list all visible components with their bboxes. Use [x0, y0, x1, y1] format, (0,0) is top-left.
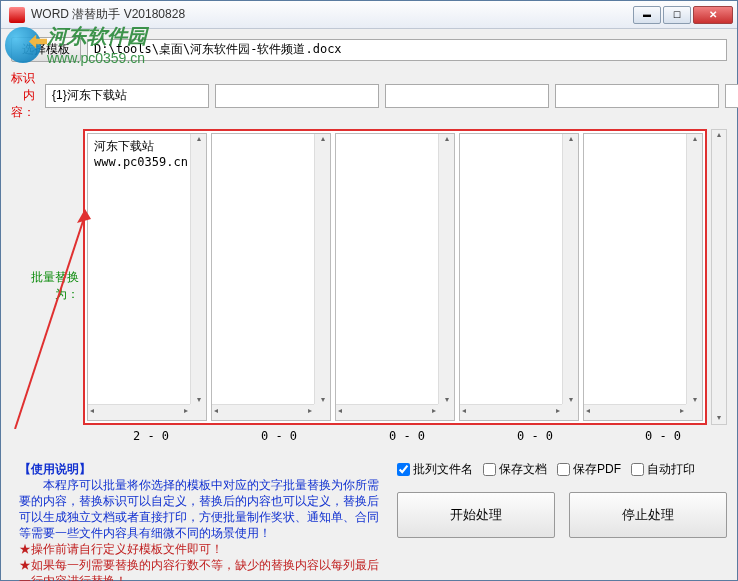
window-buttons: [633, 6, 733, 24]
save-doc-label: 保存文档: [499, 461, 547, 478]
marker-input-2[interactable]: [215, 84, 379, 108]
scrollbar-v-icon[interactable]: [686, 134, 702, 404]
footer: 【使用说明】 本程序可以批量将你选择的模板中对应的文字批量替换为你所需要的内容，…: [11, 461, 727, 581]
scrollbar-h-icon[interactable]: [336, 404, 438, 420]
select-template-button[interactable]: 选择模板: [11, 37, 81, 62]
save-doc-checkbox[interactable]: [483, 463, 496, 476]
instructions: 【使用说明】 本程序可以批量将你选择的模板中对应的文字批量替换为你所需要的内容，…: [19, 461, 389, 581]
titlebar[interactable]: WORD 潜替助手 V20180828: [1, 1, 737, 29]
batch-filename-label: 批列文件名: [413, 461, 473, 478]
column-content-3: [336, 134, 454, 142]
instructions-star1: ★操作前请自行定义好模板文件即可！: [19, 542, 223, 556]
auto-print-option[interactable]: 自动打印: [631, 461, 695, 478]
marker-input-1[interactable]: [45, 84, 209, 108]
scrollbar-h-icon[interactable]: [88, 404, 190, 420]
controls: 批列文件名 保存文档 保存PDF 自动打印: [397, 461, 727, 581]
counts-row: 2 - 0 0 - 0 0 - 0 0 - 0 0 - 0: [87, 429, 727, 443]
scroll-corner: [190, 404, 206, 420]
replace-column-3[interactable]: [335, 133, 455, 421]
stop-button[interactable]: 停止处理: [569, 492, 727, 538]
scrollbar-h-icon[interactable]: [584, 404, 686, 420]
batch-filename-option[interactable]: 批列文件名: [397, 461, 473, 478]
save-pdf-label: 保存PDF: [573, 461, 621, 478]
replace-column-5[interactable]: [583, 133, 703, 421]
minimize-button[interactable]: [633, 6, 661, 24]
scrollbar-v-icon[interactable]: [314, 134, 330, 404]
scroll-corner: [562, 404, 578, 420]
scrollbar-v-icon[interactable]: [562, 134, 578, 404]
column-content-2: [212, 134, 330, 142]
scroll-corner: [438, 404, 454, 420]
template-path-input[interactable]: [87, 39, 727, 61]
scrollbar-v-icon[interactable]: [190, 134, 206, 404]
options-row: 批列文件名 保存文档 保存PDF 自动打印: [397, 461, 727, 478]
marker-input-5[interactable]: [725, 84, 738, 108]
window-title: WORD 潜替助手 V20180828: [31, 6, 633, 23]
batch-filename-checkbox[interactable]: [397, 463, 410, 476]
column-content-1: 河东下载站 www.pc0359.cn: [88, 134, 206, 174]
replace-column-2[interactable]: [211, 133, 331, 421]
scrollbar-v-icon[interactable]: [438, 134, 454, 404]
instructions-body: 本程序可以批量将你选择的模板中对应的文字批量替换为你所需要的内容，替换标识可以自…: [19, 478, 379, 540]
count-2: 0 - 0: [215, 429, 343, 443]
scroll-corner: [686, 404, 702, 420]
count-3: 0 - 0: [343, 429, 471, 443]
app-window: WORD 潜替助手 V20180828 河东软件园 www.pc0359.cn …: [0, 0, 738, 581]
scrollbar-h-icon[interactable]: [212, 404, 314, 420]
marker-input-4[interactable]: [555, 84, 719, 108]
auto-print-label: 自动打印: [647, 461, 695, 478]
close-button[interactable]: [693, 6, 733, 24]
save-pdf-checkbox[interactable]: [557, 463, 570, 476]
side-scrollbar[interactable]: [711, 129, 727, 425]
app-icon: [9, 7, 25, 23]
instructions-star2: ★如果每一列需要替换的内容行数不等，缺少的替换内容以每列最后一行内容进行替换！: [19, 558, 379, 581]
scrollbar-h-icon[interactable]: [460, 404, 562, 420]
column-content-4: [460, 134, 578, 142]
count-5: 0 - 0: [599, 429, 727, 443]
count-4: 0 - 0: [471, 429, 599, 443]
instructions-header: 【使用说明】: [19, 462, 91, 476]
replace-label: 批量替换为：: [11, 269, 83, 303]
start-button[interactable]: 开始处理: [397, 492, 555, 538]
auto-print-checkbox[interactable]: [631, 463, 644, 476]
save-pdf-option[interactable]: 保存PDF: [557, 461, 621, 478]
marker-inputs: [45, 84, 738, 108]
replace-column-4[interactable]: [459, 133, 579, 421]
marker-input-3[interactable]: [385, 84, 549, 108]
content-area: 选择模板 标识内容： 批量替换为： 河东下载站 www.pc0359.cn: [1, 29, 737, 580]
replace-column-1[interactable]: 河东下载站 www.pc0359.cn: [87, 133, 207, 421]
column-content-5: [584, 134, 702, 142]
scroll-corner: [314, 404, 330, 420]
count-1: 2 - 0: [87, 429, 215, 443]
marker-label: 标识内容：: [11, 70, 39, 121]
save-doc-option[interactable]: 保存文档: [483, 461, 547, 478]
replace-columns: 河东下载站 www.pc0359.cn: [83, 129, 707, 425]
maximize-button[interactable]: [663, 6, 691, 24]
